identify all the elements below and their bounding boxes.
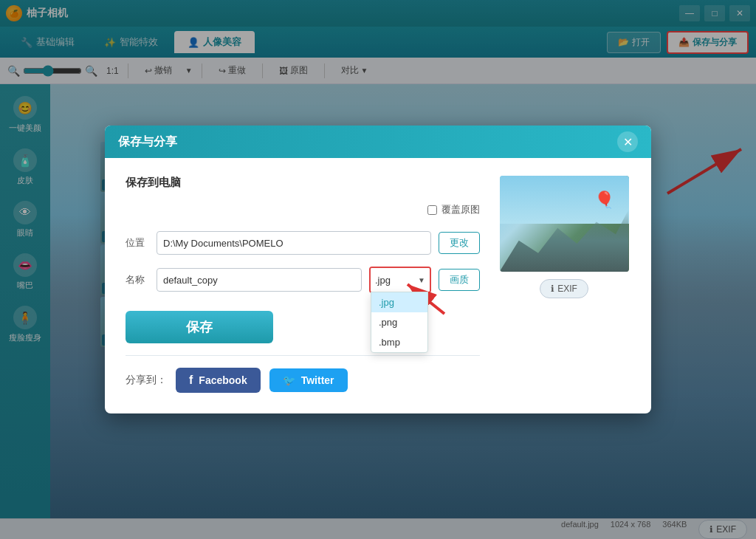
- format-select-wrapper: .jpg .png .bmp ▼ .jpg .png .bmp: [369, 267, 431, 293]
- share-row: 分享到： f Facebook 🐦 Twitter: [126, 368, 480, 393]
- dialog-title: 保存与分享: [118, 134, 177, 150]
- path-field-row: 位置 更改: [126, 231, 480, 255]
- cover-original-row: 覆盖原图: [126, 203, 480, 216]
- dialog-overlay: 保存与分享 ✕ 保存到电脑 覆盖原图 位置 更改: [0, 0, 756, 539]
- quality-button[interactable]: 画质: [439, 269, 480, 291]
- twitter-icon: 🐦: [283, 374, 295, 386]
- preview-image: 🎈: [500, 176, 629, 272]
- twitter-button[interactable]: 🐦 Twitter: [269, 368, 348, 392]
- dialog-body: 保存到电脑 覆盖原图 位置 更改 名称: [105, 158, 651, 413]
- cover-original-label: 覆盖原图: [441, 203, 480, 216]
- dialog-right: 🎈 ℹ EXIF: [498, 176, 630, 393]
- save-pc-title: 保存到电脑: [126, 176, 480, 190]
- exif-info-icon: ℹ: [551, 284, 554, 294]
- share-label: 分享到：: [126, 374, 167, 387]
- dialog-left: 保存到电脑 覆盖原图 位置 更改 名称: [126, 176, 480, 393]
- dialog-close-button[interactable]: ✕: [617, 131, 638, 152]
- name-input[interactable]: [157, 268, 362, 292]
- save-share-dialog: 保存与分享 ✕ 保存到电脑 覆盖原图 位置 更改: [105, 126, 651, 413]
- facebook-icon: f: [189, 374, 193, 387]
- name-label: 名称: [126, 273, 149, 286]
- format-select[interactable]: .jpg .png .bmp: [371, 268, 430, 292]
- path-label: 位置: [126, 236, 149, 250]
- format-dropdown-menu: .jpg .png .bmp: [371, 292, 428, 353]
- preview-balloon-icon: 🎈: [594, 190, 614, 210]
- path-input[interactable]: [157, 231, 431, 255]
- format-option-png[interactable]: .png: [371, 312, 427, 332]
- facebook-button[interactable]: f Facebook: [176, 368, 261, 393]
- section-divider: [126, 355, 480, 356]
- format-option-jpg[interactable]: .jpg: [371, 292, 427, 312]
- cover-original-checkbox[interactable]: [427, 205, 437, 215]
- name-field-row: 名称 .jpg .png .bmp ▼ .jpg .png: [126, 267, 480, 293]
- save-button[interactable]: 保存: [126, 311, 273, 343]
- path-change-button[interactable]: 更改: [439, 232, 480, 254]
- dialog-header: 保存与分享 ✕: [105, 126, 651, 158]
- exif-button[interactable]: ℹ EXIF: [540, 279, 588, 298]
- format-option-bmp[interactable]: .bmp: [371, 332, 427, 352]
